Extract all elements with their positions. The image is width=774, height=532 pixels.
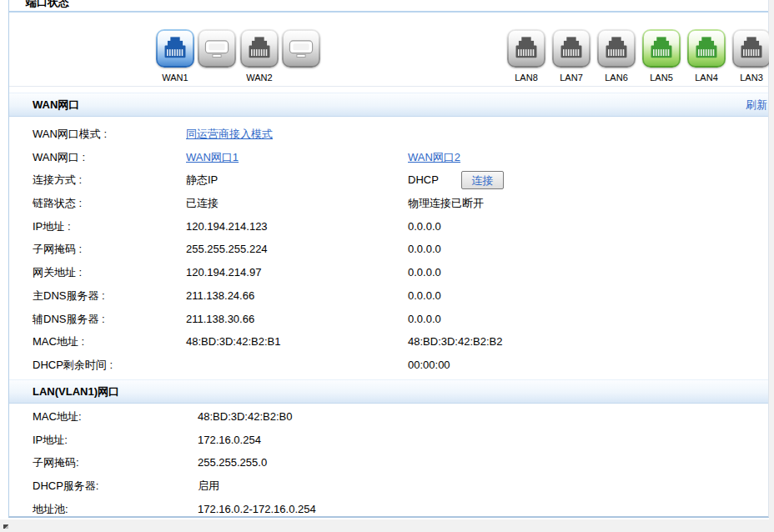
field-label: 地址池:: [33, 498, 68, 521]
subnet-mask-row: 子网掩码 : 255.255.255.224 0.0.0.0: [9, 238, 768, 261]
port-label: LAN4: [687, 73, 726, 83]
right-background-strip: [769, 0, 774, 532]
lan3-rj45-icon: [732, 29, 771, 68]
wan1-tab-link[interactable]: WAN网口1: [186, 146, 239, 169]
wan2-value: 00:00:00: [408, 354, 450, 377]
corner-artifact: [3, 524, 8, 529]
lan3-port: LAN3: [732, 29, 771, 83]
field-label: DHCP剩余时间 :: [33, 354, 113, 377]
port-label: LAN5: [642, 73, 681, 83]
lan7-rj45-icon: [552, 29, 591, 68]
wan-section-title: WAN网口: [9, 98, 79, 111]
wan2-value: 0.0.0.0: [408, 261, 441, 284]
field-label: 子网掩码:: [33, 451, 79, 474]
page-title: 端口状态: [26, 0, 69, 10]
ip-address-row: IP地址 : 120.194.214.123 0.0.0.0: [9, 215, 768, 238]
port-label: LAN8: [507, 73, 545, 83]
wan1-value: 48:BD:3D:42:B2:B1: [186, 330, 280, 354]
lan6-rj45-icon: [597, 29, 636, 68]
wan1-value: 120.194.214.123: [186, 215, 268, 238]
lan-section-title: LAN(VLAN1)网口: [9, 385, 119, 398]
lan-info-table: MAC地址: 48:BD:3D:42:B2:B0 IP地址: 172.16.0.…: [9, 405, 768, 520]
wan1-value: 211.138.30.66: [186, 308, 254, 331]
bottom-background-strip: [0, 519, 774, 532]
refresh-link[interactable]: 刷新: [746, 93, 767, 116]
lan-subnet-row: 子网掩码: 255.255.255.0: [9, 451, 768, 474]
wan-mode-link[interactable]: 同运营商接入模式: [186, 123, 273, 146]
wan2-value: DHCP: [408, 168, 439, 192]
wan2-port: WAN2: [240, 29, 279, 83]
wan2-rj45-icon: [240, 29, 279, 68]
mac-address-row: MAC地址 : 48:BD:3D:42:B2:B1 48:BD:3D:42:B2…: [9, 330, 768, 354]
lan-value: 255.255.255.0: [198, 451, 267, 474]
wan2-value: 0.0.0.0: [408, 284, 441, 308]
wan1-value: 255.255.255.224: [186, 238, 268, 261]
wan1-rj45-icon: [156, 29, 194, 68]
lan4-rj45-icon: [687, 29, 726, 68]
field-label: 网关地址 :: [33, 261, 82, 284]
wan2-media-port: [282, 29, 320, 68]
field-label: 辅DNS服务器 :: [33, 308, 105, 331]
field-label: DHCP服务器:: [33, 474, 98, 498]
field-label: WAN网口模式 :: [33, 123, 107, 146]
lan7-port: LAN7: [552, 29, 591, 83]
port-label: LAN6: [597, 73, 636, 83]
secondary-dns-row: 辅DNS服务器 : 211.138.30.66 0.0.0.0: [9, 308, 768, 331]
wan2-media-port-icon: [282, 29, 320, 68]
connect-button[interactable]: 连接: [461, 171, 504, 189]
wan1-media-port-icon: [198, 29, 236, 68]
link-status-row: 链路状态 : 已连接 物理连接已断开: [9, 192, 768, 215]
field-label: 链路状态 :: [33, 192, 82, 215]
wan1-value: 211.138.24.66: [186, 284, 254, 308]
wan2-value: 0.0.0.0: [408, 215, 441, 238]
wan1-value: 已连接: [186, 192, 219, 215]
lan5-rj45-icon: [642, 29, 681, 68]
field-label: WAN网口 :: [33, 146, 85, 169]
lan8-port: LAN8: [507, 29, 545, 83]
wan2-value: 0.0.0.0: [408, 238, 441, 261]
page-title-clipped: 端口状态: [9, 0, 768, 13]
wan1-port: WAN1: [156, 29, 194, 83]
field-label: IP地址 :: [33, 215, 71, 238]
dhcp-lease-row: DHCP剩余时间 : 00:00:00: [9, 354, 768, 377]
field-label: IP地址:: [33, 429, 68, 452]
port-label: WAN2: [240, 73, 279, 83]
wan-info-table: WAN网口模式 : 同运营商接入模式 WAN网口 : WAN网口1 WAN网口2…: [9, 123, 768, 377]
wan1-value: 静态IP: [186, 168, 218, 192]
wan1-media-port: [198, 29, 236, 68]
wan2-value: 48:BD:3D:42:B2:B2: [408, 330, 502, 354]
port-label: LAN3: [732, 73, 771, 83]
lan-section-header: LAN(VLAN1)网口: [9, 379, 768, 404]
lan6-port: LAN6: [597, 29, 636, 83]
lan-mac-row: MAC地址: 48:BD:3D:42:B2:B0: [9, 405, 768, 429]
field-label: 主DNS服务器 :: [33, 284, 105, 308]
lan-value: 启用: [198, 474, 219, 498]
lan-value: 172.16.0.2-172.16.0.254: [198, 498, 316, 521]
lan-address-pool-row: 地址池: 172.16.0.2-172.16.0.254: [9, 498, 768, 521]
wan2-value: 物理连接已断开: [408, 192, 484, 215]
wan-port-row: WAN网口 : WAN网口1 WAN网口2: [9, 146, 768, 169]
port-label: LAN7: [552, 73, 591, 83]
primary-dns-row: 主DNS服务器 : 211.138.24.66 0.0.0.0: [9, 284, 768, 308]
lan8-rj45-icon: [507, 29, 545, 68]
lan-ip-row: IP地址: 172.16.0.254: [9, 429, 768, 452]
lan5-port: LAN5: [642, 29, 681, 83]
wan-section-header: WAN网口 刷新: [9, 93, 768, 117]
field-label: MAC地址 :: [33, 330, 84, 354]
port-status-panel: WAN1 WAN2 LAN8: [9, 13, 768, 87]
wan2-value: 0.0.0.0: [408, 308, 441, 331]
field-label: 连接方式 :: [33, 168, 82, 192]
wan-mode-row: WAN网口模式 : 同运营商接入模式: [9, 123, 768, 146]
lan-dhcp-server-row: DHCP服务器: 启用: [9, 474, 768, 498]
port-label: WAN1: [156, 73, 194, 83]
wan1-value: 120.194.214.97: [186, 261, 261, 284]
lan-value: 172.16.0.254: [198, 429, 261, 452]
gateway-row: 网关地址 : 120.194.214.97 0.0.0.0: [9, 261, 768, 284]
lan4-port: LAN4: [687, 29, 726, 83]
wan2-tab-link[interactable]: WAN网口2: [408, 146, 460, 169]
status-page-panel: 端口状态 WAN1 WAN2: [8, 0, 769, 518]
lan-value: 48:BD:3D:42:B2:B0: [198, 405, 292, 429]
field-label: MAC地址:: [33, 405, 82, 429]
connection-type-row: 连接方式 : 静态IP DHCP 连接: [9, 168, 768, 192]
field-label: 子网掩码 :: [33, 238, 82, 261]
